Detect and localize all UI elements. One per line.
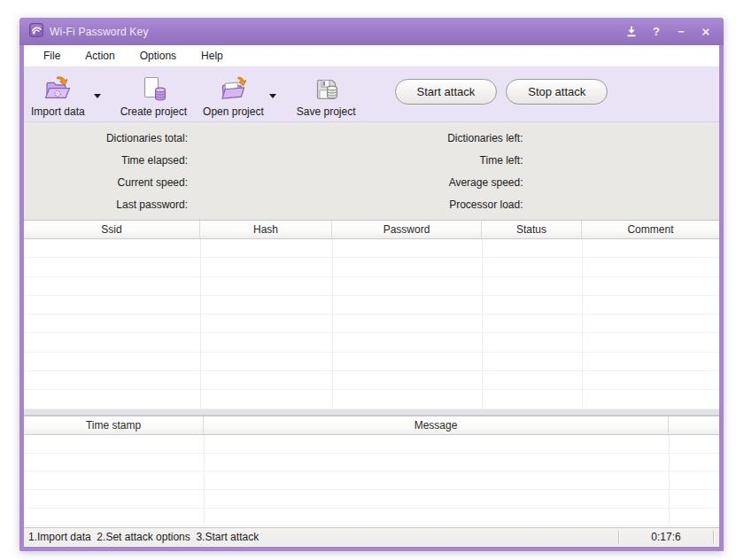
results-table-header: Ssid Hash Password Status Comment xyxy=(24,220,719,239)
column-separator xyxy=(204,435,205,527)
table-row[interactable] xyxy=(24,454,719,472)
app-window: Wi-Fi Password Key ? − × File Action Opt… xyxy=(19,18,724,551)
table-row[interactable] xyxy=(24,390,719,408)
table-row[interactable] xyxy=(24,333,719,352)
table-row[interactable] xyxy=(24,315,719,333)
column-separator xyxy=(332,239,333,409)
table-divider xyxy=(24,409,719,416)
column-header-time-stamp[interactable]: Time stamp xyxy=(24,416,204,434)
table-row[interactable] xyxy=(24,371,719,390)
stop-attack-button[interactable]: Stop attack xyxy=(506,79,608,105)
current-speed-label: Current speed: xyxy=(24,176,188,189)
help-button[interactable]: ? xyxy=(647,23,666,41)
menu-action[interactable]: Action xyxy=(73,46,127,66)
open-project-button[interactable]: Open project xyxy=(203,74,264,118)
column-header-ssid[interactable]: Ssid xyxy=(24,221,200,238)
close-button[interactable]: × xyxy=(696,23,716,41)
table-row[interactable] xyxy=(24,435,719,454)
save-project-button[interactable]: Save project xyxy=(297,74,356,118)
table-row[interactable] xyxy=(24,239,719,258)
menu-options[interactable]: Options xyxy=(128,46,189,66)
status-time: 0:17:6 xyxy=(619,531,713,543)
minimize-button[interactable]: − xyxy=(671,23,691,41)
column-header-spacer xyxy=(669,416,719,434)
table-row[interactable] xyxy=(24,258,719,276)
status-hint: 1.Import data 2.Set attack options 3.Sta… xyxy=(24,531,618,543)
status-bar: 1.Import data 2.Set attack options 3.Sta… xyxy=(24,527,719,546)
table-row[interactable] xyxy=(24,509,719,527)
column-header-message[interactable]: Message xyxy=(204,416,669,434)
table-row[interactable] xyxy=(24,471,719,490)
column-header-password[interactable]: Password xyxy=(332,221,482,238)
table-row[interactable] xyxy=(24,296,719,315)
dictionaries-total-label: Dictionaries total: xyxy=(24,132,188,144)
toolbar: Import data Create project xyxy=(24,67,719,122)
table-row[interactable] xyxy=(24,490,719,509)
download-update-button[interactable] xyxy=(622,23,641,41)
processor-load-label: Processor load: xyxy=(372,198,523,211)
time-left-label: Time left: xyxy=(372,154,523,167)
column-separator xyxy=(200,239,201,409)
log-table-header: Time stamp Message xyxy=(24,416,719,435)
last-password-label: Last password: xyxy=(24,198,188,211)
menu-help[interactable]: Help xyxy=(189,46,236,66)
titlebar[interactable]: Wi-Fi Password Key ? − × xyxy=(19,18,724,45)
create-project-label: Create project xyxy=(120,105,187,118)
column-separator xyxy=(582,239,583,409)
menubar: File Action Options Help xyxy=(24,45,719,67)
start-attack-button[interactable]: Start attack xyxy=(395,79,498,105)
new-document-database-icon xyxy=(139,74,167,104)
save-project-label: Save project xyxy=(297,105,356,118)
column-separator xyxy=(669,435,670,527)
menu-file[interactable]: File xyxy=(31,46,73,66)
open-project-dropdown-arrow-icon[interactable] xyxy=(269,94,276,98)
import-data-button[interactable]: Import data xyxy=(31,74,85,118)
floppy-database-icon xyxy=(312,74,340,104)
column-header-status[interactable]: Status xyxy=(482,221,582,238)
results-table-body xyxy=(24,239,719,409)
import-folder-icon xyxy=(43,74,73,104)
log-table-body xyxy=(24,435,719,527)
column-header-hash[interactable]: Hash xyxy=(200,221,332,238)
open-project-label: Open project xyxy=(203,105,264,118)
open-folder-icon xyxy=(219,74,248,104)
average-speed-label: Average speed: xyxy=(372,176,523,189)
create-project-button[interactable]: Create project xyxy=(120,74,187,118)
window-title: Wi-Fi Password Key xyxy=(50,26,616,38)
import-data-dropdown-arrow-icon[interactable] xyxy=(94,94,101,98)
dictionaries-left-label: Dictionaries left: xyxy=(372,132,523,144)
column-header-comment[interactable]: Comment xyxy=(582,221,719,238)
app-icon xyxy=(29,23,43,40)
table-row[interactable] xyxy=(24,277,719,296)
column-separator xyxy=(482,239,483,409)
statusbar-separator xyxy=(713,531,714,544)
time-elapsed-label: Time elapsed: xyxy=(24,154,188,167)
download-icon xyxy=(626,26,637,37)
table-row[interactable] xyxy=(24,353,719,371)
import-data-label: Import data xyxy=(31,105,85,118)
statistics-panel: Dictionaries total: Time elapsed: Curren… xyxy=(24,122,719,220)
